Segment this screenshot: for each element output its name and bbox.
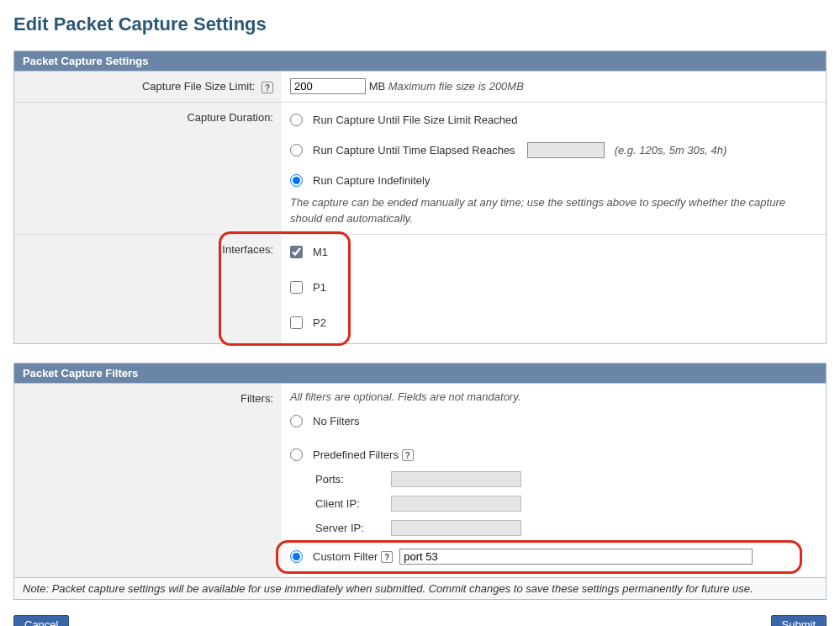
file-size-limit-input[interactable] <box>290 78 366 94</box>
duration-radio-until-time[interactable] <box>290 144 303 156</box>
interfaces-row: Interfaces: M1 P1 P2 <box>14 235 826 343</box>
submit-button[interactable]: Submit <box>771 615 827 626</box>
interfaces-label: Interfaces: <box>222 243 273 256</box>
duration-radio-indef[interactable] <box>290 174 303 187</box>
filters-radio-none[interactable] <box>290 415 303 427</box>
duration-indef-label: Run Capture Indefinitely <box>313 174 430 187</box>
time-limit-hint: (e.g. 120s, 5m 30s, 4h) <box>615 144 727 156</box>
client-ip-label: Client IP: <box>315 497 391 510</box>
capture-duration-label: Capture Duration: <box>187 111 273 124</box>
server-ip-label: Server IP: <box>315 522 391 534</box>
ports-label: Ports: <box>315 473 391 485</box>
duration-until-size-label: Run Capture Until File Size Limit Reache… <box>313 114 518 126</box>
filters-custom-label: Custom Filter <box>313 550 378 563</box>
interface-checkbox-m1[interactable] <box>290 246 303 258</box>
filters-none-label: No Filters <box>313 415 360 427</box>
time-limit-input[interactable] <box>527 142 605 158</box>
duration-radio-until-size[interactable] <box>290 114 303 126</box>
file-size-limit-unit: MB <box>369 80 386 93</box>
filters-radio-custom[interactable] <box>290 550 303 563</box>
capture-duration-row: Capture Duration: Run Capture Until File… <box>14 103 826 235</box>
help-icon[interactable]: ? <box>262 82 273 93</box>
filters-panel-header: Packet Capture Filters <box>14 363 826 384</box>
interface-p1-label: P1 <box>313 281 326 294</box>
interface-m1-label: M1 <box>313 246 328 258</box>
filters-predefined-label: Predefined Filters <box>313 448 399 461</box>
help-icon[interactable]: ? <box>381 551 393 563</box>
packet-capture-settings-panel: Packet Capture Settings Capture File Siz… <box>13 50 827 344</box>
duration-until-time-label: Run Capture Until Time Elapsed Reaches <box>313 144 515 156</box>
cancel-button[interactable]: Cancel <box>13 615 69 626</box>
interface-p2-label: P2 <box>313 316 326 329</box>
filters-radio-predefined[interactable] <box>290 448 303 461</box>
ports-input[interactable] <box>391 471 521 487</box>
packet-capture-filters-panel: Packet Capture Filters Filters: All filt… <box>13 363 827 578</box>
interface-checkbox-p2[interactable] <box>290 316 303 329</box>
file-size-limit-hint: Maximum file size is 200MB <box>388 80 524 93</box>
file-size-limit-row: Capture File Size Limit: ? MB Maximum fi… <box>14 72 826 103</box>
file-size-limit-label: Capture File Size Limit: <box>142 80 255 93</box>
page-title: Edit Packet Capture Settings <box>13 13 827 35</box>
server-ip-input[interactable] <box>391 520 521 536</box>
duration-note: The capture can be ended manually at any… <box>290 194 817 227</box>
custom-filter-input[interactable] <box>399 549 753 565</box>
settings-panel-header: Packet Capture Settings <box>14 51 826 72</box>
interface-checkbox-p1[interactable] <box>290 281 303 294</box>
footer-note: Note: Packet capture settings will be av… <box>13 578 827 600</box>
help-icon[interactable]: ? <box>402 449 414 461</box>
filters-row: Filters: All filters are optional. Field… <box>14 384 826 577</box>
filters-hint: All filters are optional. Fields are not… <box>290 390 817 403</box>
button-row: Cancel Submit <box>13 615 827 626</box>
filters-label: Filters: <box>240 392 273 405</box>
client-ip-input[interactable] <box>391 496 521 512</box>
